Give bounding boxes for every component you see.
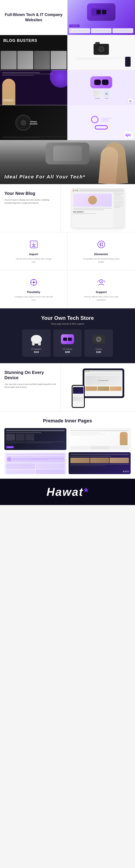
page-preview-1: Shop Now — [4, 428, 66, 450]
flexibility-title: Flexibility — [27, 290, 40, 294]
section-new-blog: Your New Blog All you'll need to display… — [0, 184, 135, 232]
product-card-vr: VR Headset $299 — [53, 330, 82, 356]
product-img-2 — [91, 333, 106, 346]
browser-text-2 — [73, 209, 104, 210]
section-headphone-vr: Try Headphones Drone Pro Smart — [0, 70, 135, 105]
elementor-title: Elementor — [94, 252, 108, 256]
support-title: Support — [96, 290, 107, 294]
browser-content: New Solutions — [72, 192, 124, 228]
tablet-team-label: Our Team Work — [86, 375, 122, 385]
phone-mockup — [72, 385, 85, 408]
inner-pages-title: Premade Inner Pages — [4, 418, 131, 424]
browser-bar — [72, 189, 124, 192]
device-title: Stunning On Every Device — [4, 370, 56, 380]
section-ideal-place: Ideal Place For All Your Tech* — [0, 140, 135, 184]
svg-point-9 — [101, 281, 102, 282]
browser-mockup: New Solutions — [72, 188, 124, 228]
find-products-btn[interactable]: Find Products — [69, 25, 79, 27]
camera-panel — [67, 35, 135, 70]
blog-info-panel: Your New Blog All you'll need to display… — [0, 184, 61, 232]
import-description: Get the entire demo content with a singl… — [14, 257, 54, 264]
product-price-2: $105 — [88, 351, 109, 353]
new-solutions-label: New Solutions — [73, 211, 112, 213]
pages-preview-grid: Shop Now — [4, 428, 131, 474]
hero-image-panel: Find Products — [67, 0, 135, 35]
device-preview-panel: Our Team Work — [61, 363, 135, 411]
product-price-vr: $299 — [57, 351, 78, 353]
elementor-icon — [96, 239, 107, 250]
blog-img-3 — [34, 51, 50, 69]
support-description: Visit our official Help Center if you ne… — [81, 296, 121, 301]
mini-stats: ■ Sales ■ Views — [125, 132, 133, 138]
browser-close-dot — [73, 190, 74, 191]
phone-mini-icon — [125, 57, 131, 67]
section-tech-store: Your Own Tech Store Shop page layouts & … — [0, 308, 135, 363]
store-title: Your Own Tech Store — [4, 315, 131, 321]
store-subtitle: Shop page layouts & Woo support — [4, 323, 131, 325]
camera-icon — [94, 44, 109, 55]
svg-rect-3 — [100, 242, 101, 246]
preview-nav-1 — [6, 430, 65, 431]
product-price-1: $160 — [26, 351, 47, 353]
device-info-panel: Stunning On Every Device Your new site i… — [0, 363, 61, 411]
flexibility-description: Configure every aspect of your new site … — [14, 296, 54, 301]
feature-import: Import Get the entire demo content with … — [0, 232, 67, 270]
feature-flexibility: Flexibility Configure every aspect of yo… — [0, 270, 67, 308]
browser-text-1 — [73, 208, 112, 209]
browser-sidebar — [113, 192, 124, 228]
store-header: Your Own Tech Store Shop page layouts & … — [4, 315, 131, 325]
section-footer-logo: Hawat* — [0, 479, 135, 505]
hawat-logo: Hawat* — [46, 485, 88, 498]
vr-goggles-panel: Drone Pro Smart New — [67, 70, 135, 105]
product-name-vr: VR Headset — [57, 348, 78, 350]
hero-title: Full-Blown Tech & IT Company Websites — [4, 12, 63, 23]
jewelry-panel: ■ Sales ■ Views — [67, 105, 135, 140]
elementor-description: Compatible with the powerful drag-&-drop… — [81, 257, 121, 264]
support-icon — [96, 277, 107, 288]
browser-main-content: New Solutions — [72, 192, 113, 228]
blog-images-grid — [0, 50, 67, 70]
section-features: Import Get the entire demo content with … — [0, 232, 135, 308]
product-card-2: Camera $105 — [85, 330, 113, 356]
section-every-device: Stunning On Every Device Your new site i… — [0, 363, 135, 411]
feature-support: Support Visit our official Help Center i… — [67, 270, 135, 308]
section-blog-busters: BLOG BUSTERS — [0, 35, 135, 70]
headphone-panel: Try Headphones — [0, 70, 67, 105]
flexibility-icon — [28, 277, 39, 288]
svg-point-2 — [98, 241, 105, 248]
product-name-1: BT Speakers — [26, 348, 47, 350]
section-always-creative: AlwaysCreative ■ Sales ■ Views — [0, 105, 135, 140]
page-preview-3 — [4, 452, 66, 474]
preview-numbers: 1 2 3 — [123, 471, 129, 472]
browser-max-dot — [77, 190, 78, 191]
ideal-place-title: Ideal Place For All Your Tech* — [4, 174, 85, 180]
preview-btn-1[interactable]: Shop Now — [6, 446, 14, 448]
page-preview-2 — [69, 428, 131, 450]
blog-preview-panel: New Solutions — [61, 184, 135, 232]
vr-goggles-icon — [90, 76, 112, 88]
product-img-vr — [60, 333, 75, 346]
camera-product-icon — [93, 335, 105, 344]
import-icon — [28, 239, 39, 250]
feature-elementor: Elementor Compatible with the powerful d… — [67, 232, 135, 270]
browser-hero-image — [73, 193, 112, 207]
product-name-2: Camera — [88, 348, 109, 350]
hero-text-panel: Full-Blown Tech & IT Company Websites — [0, 0, 67, 35]
section-hero: Full-Blown Tech & IT Company Websites — [0, 0, 135, 35]
device-description: Your new site is sure to look and feel r… — [4, 383, 56, 389]
hawat-asterisk: * — [83, 486, 88, 498]
camera-lens — [99, 46, 104, 52]
section-inner-pages: Premade Inner Pages Shop Now — [0, 411, 135, 479]
browser-hero-person — [88, 196, 97, 205]
svg-point-7 — [33, 281, 35, 283]
browser-min-dot — [75, 190, 76, 191]
blog-section-description: All you'll need to display your tech sto… — [4, 198, 56, 205]
product-img-1 — [29, 333, 44, 346]
blog-section-title: Your New Blog — [4, 191, 56, 196]
blog-busters-panel: BLOG BUSTERS — [0, 35, 67, 70]
svg-rect-4 — [102, 242, 103, 244]
product-card-1: BT Speakers $160 — [22, 330, 50, 356]
import-title: Import — [29, 252, 38, 256]
tablet-mockup: Our Team Work — [82, 368, 124, 398]
store-products-grid: BT Speakers $160 VR Headset $299 Camera … — [4, 330, 131, 356]
